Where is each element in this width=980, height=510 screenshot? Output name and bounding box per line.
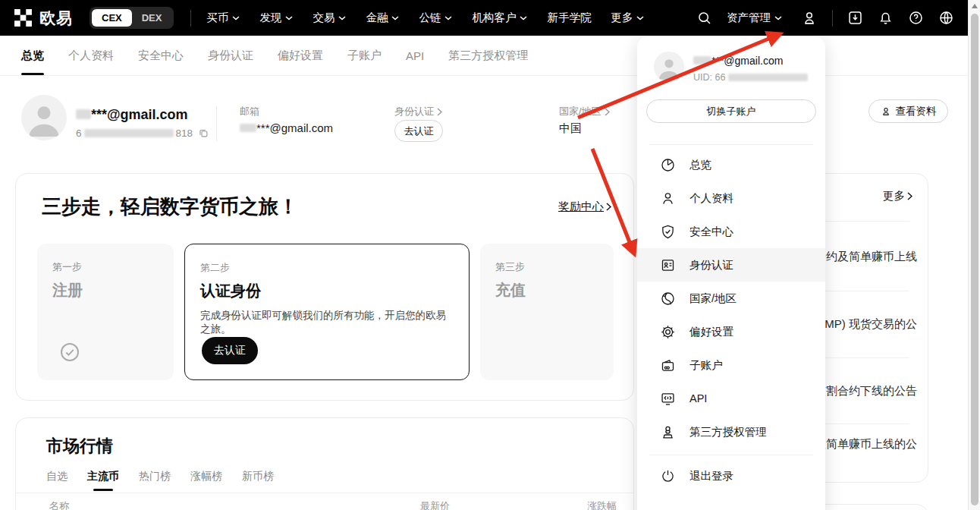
nav-item-academy[interactable]: 新手学院: [547, 11, 591, 25]
menu-item-profile[interactable]: 个人资料: [637, 181, 825, 215]
switch-subaccount-button[interactable]: 切换子账户: [646, 99, 816, 123]
toggle-dex[interactable]: DEX: [132, 9, 172, 27]
help-icon[interactable]: [908, 10, 924, 26]
menu-item-preferences[interactable]: 偏好设置: [637, 315, 825, 348]
nav-item-assets[interactable]: 资产管理: [727, 11, 782, 25]
toggle-cex[interactable]: CEX: [92, 9, 132, 27]
chevron-down-icon: [636, 16, 644, 20]
tab-overview[interactable]: 总览: [21, 36, 44, 75]
chevron-down-icon: [285, 16, 293, 20]
dropdown-email: ***@gmail.com: [693, 55, 783, 67]
menu-item-third-party[interactable]: 第三方授权管理: [637, 415, 825, 449]
menu-item-subaccount[interactable]: 子账户: [637, 348, 825, 382]
menu-item-region[interactable]: 国家/地区: [637, 282, 825, 315]
tab-third-party[interactable]: 第三方授权管理: [448, 36, 528, 75]
person-icon: [881, 106, 891, 117]
power-icon: [660, 468, 676, 484]
nav-item-chain[interactable]: 公链: [419, 11, 452, 25]
kyc-verify-button[interactable]: 去认证: [394, 120, 443, 142]
redacted-text: [84, 129, 174, 137]
announcement-item[interactable]: 交割合约下线的公告: [815, 384, 917, 398]
nav-item-more[interactable]: 更多: [611, 11, 644, 25]
chevron-down-icon: [338, 16, 346, 20]
nav-item-institutional[interactable]: 机构客户: [472, 11, 527, 25]
chevron-down-icon: [774, 16, 782, 20]
account-dropdown-panel: ***@gmail.com UID: 66 切换子账户 总览 个人资料 安全中心…: [637, 36, 825, 510]
notifications-bell-icon[interactable]: [878, 10, 894, 26]
col-header-change: 涨跌幅: [587, 499, 617, 510]
nav-item-discover[interactable]: 发现: [259, 11, 293, 25]
copy-icon[interactable]: [198, 128, 209, 139]
tab-kyc[interactable]: 身份认证: [208, 36, 253, 75]
dropdown-uid: UID: 66: [693, 72, 808, 83]
nav-item-buy[interactable]: 买币: [206, 11, 240, 25]
redacted-text: [76, 109, 91, 119]
avatar-person-icon: [654, 52, 684, 82]
download-app-icon[interactable]: [847, 10, 863, 26]
email-label: 邮箱: [240, 105, 259, 118]
step-title: 充值: [495, 280, 598, 301]
id-card-icon: [660, 257, 676, 273]
tab-profile[interactable]: 个人资料: [68, 36, 114, 75]
view-profile-button[interactable]: 查看资料: [868, 99, 948, 123]
cex-dex-toggle: CEX DEX: [90, 7, 174, 29]
step-card-deposit: 第三步 充值: [480, 244, 614, 380]
table-divider: [16, 493, 634, 493]
announcement-item[interactable]: 及简单赚币上线的公: [815, 437, 917, 452]
market-tab-new[interactable]: 新币榜: [242, 470, 274, 491]
market-tabs: 自选 主流币 热门榜 涨幅榜 新币榜: [46, 470, 274, 491]
page-scrollbar[interactable]: [968, 0, 980, 510]
tab-security[interactable]: 安全中心: [138, 36, 184, 75]
menu-item-kyc[interactable]: 身份认证: [637, 248, 825, 282]
market-tab-hot[interactable]: 热门榜: [139, 470, 171, 491]
kyc-label[interactable]: 身份认证: [394, 105, 442, 118]
active-tab-underline: [93, 489, 113, 491]
market-tab-favorites[interactable]: 自选: [46, 470, 68, 491]
onboarding-title: 三步走，轻启数字货币之旅！: [42, 194, 298, 220]
scrollbar-up-arrow[interactable]: [972, 4, 978, 8]
nav-item-finance[interactable]: 金融: [366, 11, 399, 25]
step-card-register: 第一步 注册: [37, 244, 174, 380]
profile-divider: [216, 106, 217, 141]
announcements-more-link[interactable]: 更多: [883, 189, 912, 203]
avatar: [21, 95, 67, 140]
menu-item-security[interactable]: 安全中心: [637, 215, 825, 248]
redacted-text: [240, 124, 256, 132]
okx-account-page: 欧易 CEX DEX 买币 发现 交易 金融 公链 机构客户 新手学院 更多 资…: [0, 0, 980, 510]
menu-item-api[interactable]: API: [637, 382, 825, 415]
step-number: 第一步: [52, 260, 159, 274]
okx-logo-icon[interactable]: [14, 8, 33, 27]
reward-center-link[interactable]: 奖励中心: [558, 200, 611, 214]
step-title: 认证身份: [200, 281, 454, 301]
active-tab-underline: [21, 73, 44, 75]
region-label[interactable]: 国家/地区: [559, 105, 610, 118]
go-verify-button[interactable]: 去认证: [202, 337, 258, 364]
chevron-right-icon: [606, 203, 611, 211]
tab-preferences[interactable]: 偏好设置: [278, 36, 323, 75]
account-email: ***@gmail.com: [76, 107, 188, 123]
menu-item-overview[interactable]: 总览: [637, 148, 825, 181]
tab-subaccount[interactable]: 子账户: [347, 36, 382, 75]
avatar: [654, 52, 684, 82]
user-account-icon[interactable]: [801, 10, 818, 27]
redacted-text: [728, 74, 808, 81]
chevron-down-icon: [232, 16, 240, 20]
brand-name[interactable]: 欧易: [39, 8, 73, 29]
language-globe-icon[interactable]: [938, 10, 954, 26]
nav-menu: 买币 发现 交易 金融 公链 机构客户 新手学院 更多: [206, 11, 644, 25]
nav-item-trade[interactable]: 交易: [313, 11, 346, 25]
tab-api[interactable]: API: [406, 36, 424, 75]
market-tab-major[interactable]: 主流币: [87, 470, 119, 491]
step-card-verify: 第二步 认证身份 完成身份认证即可解锁我们的所有功能，开启您的欧易之旅。 去认证: [184, 244, 470, 380]
menu-item-logout[interactable]: 退出登录: [637, 459, 825, 493]
search-icon[interactable]: [696, 10, 712, 26]
onboarding-card: 三步走，轻启数字货币之旅！ 奖励中心 第一步 注册 第二步 认证身份 完成身份认…: [15, 173, 634, 401]
scrollbar-thumb[interactable]: [971, 14, 978, 505]
chevron-right-icon: [907, 192, 912, 200]
announcement-item[interactable]: 合约及简单赚币上线: [815, 250, 917, 264]
market-tab-gainers[interactable]: 涨幅榜: [190, 470, 222, 491]
gear-icon: [660, 324, 676, 340]
nav-divider: [832, 10, 833, 27]
chevron-right-icon: [605, 108, 610, 116]
market-title: 市场行情: [46, 435, 113, 458]
